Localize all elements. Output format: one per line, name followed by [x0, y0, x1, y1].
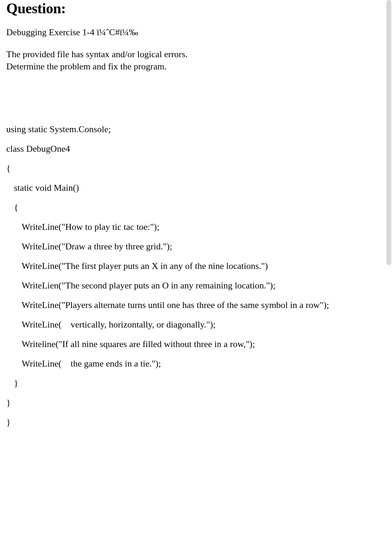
scrollbar-thumb[interactable] [386, 0, 391, 265]
code-line: WriteLine("Draw a three by three grid.")… [6, 242, 386, 251]
code-line: WriteLine( vertically, horizontally, or … [6, 320, 386, 329]
code-line: } [6, 379, 386, 388]
code-line: using static System.Console; [6, 125, 386, 134]
code-line: WriteLine("The first player puts an X in… [6, 262, 386, 271]
code-line: WriteLine("Players alternate turns until… [6, 301, 386, 310]
code-line: } [6, 418, 386, 427]
code-line: { [6, 164, 386, 173]
code-line: Writeline("If all nine squares are fille… [6, 340, 386, 349]
scrollbar-track[interactable] [386, 0, 391, 444]
code-line: { [6, 203, 386, 212]
code-line: WriteLine("How to play tic tac toe:"); [6, 223, 386, 232]
question-heading: Question: [6, 0, 386, 17]
description-block: The provided file has syntax and/or logi… [6, 48, 386, 73]
code-line: class DebugOne4 [6, 144, 386, 153]
description-line: The provided file has syntax and/or logi… [6, 48, 386, 60]
code-block: using static System.Console; class Debug… [6, 125, 386, 427]
code-line: WriteLien("The second player puts an O i… [6, 281, 386, 290]
description-line: Determine the problem and fix the progra… [6, 60, 386, 73]
question-content: Question: Debugging Exercise 1-4 ï¼ˆC#ï¼… [0, 0, 392, 444]
code-line: } [6, 398, 386, 407]
exercise-title: Debugging Exercise 1-4 ï¼ˆC#ï¼‰ [6, 27, 386, 38]
code-line: WriteLine( the game ends in a tie."); [6, 359, 386, 368]
code-line: static void Main() [6, 183, 386, 193]
